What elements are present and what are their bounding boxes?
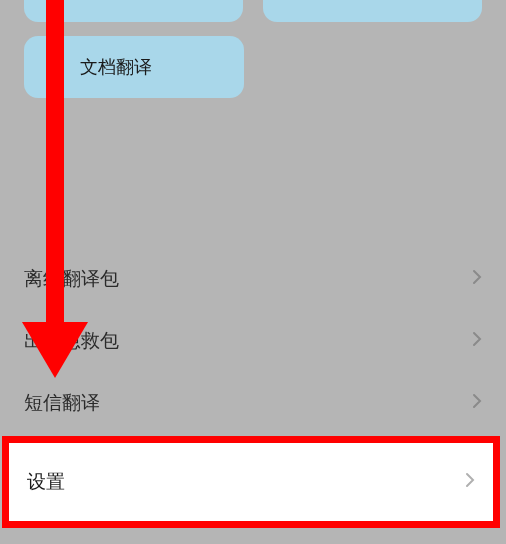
chevron-right-icon — [472, 330, 482, 352]
menu-item-sms-translate[interactable]: 短信翻译 — [0, 372, 506, 434]
settings-list: 离线翻译包 出国急救包 短信翻译 设置 — [0, 248, 506, 544]
card-row-partial — [0, 0, 506, 22]
feature-card-partial-left[interactable] — [24, 0, 243, 22]
menu-item-survey[interactable]: 满意度调查 — [0, 532, 506, 544]
chevron-right-icon — [472, 268, 482, 290]
menu-item-label: 离线翻译包 — [24, 266, 119, 292]
chevron-right-icon — [472, 392, 482, 414]
menu-item-label: 出国急救包 — [24, 328, 119, 354]
menu-item-settings[interactable]: 设置 — [9, 443, 493, 521]
doc-translate-card[interactable]: 文档翻译 — [24, 36, 244, 98]
annotation-highlight-box: 设置 — [2, 436, 500, 528]
feature-card-partial-right[interactable] — [263, 0, 482, 22]
card-row: 文档翻译 — [0, 36, 506, 98]
menu-item-offline-pack[interactable]: 离线翻译包 — [0, 248, 506, 310]
menu-item-label: 设置 — [27, 469, 65, 495]
doc-translate-label: 文档翻译 — [80, 55, 152, 79]
menu-item-travel-kit[interactable]: 出国急救包 — [0, 310, 506, 372]
menu-item-label: 短信翻译 — [24, 390, 100, 416]
document-icon — [42, 54, 68, 80]
chevron-right-icon — [465, 471, 475, 493]
